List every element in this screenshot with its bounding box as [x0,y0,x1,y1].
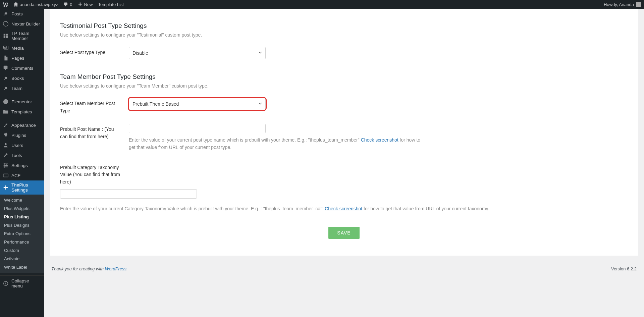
user-icon [3,142,9,148]
theplus-submenu: Welcome Plus Widgets Plus Listing Plus D… [0,195,44,273]
check-screenshot-link-2[interactable]: Check screenshot [325,206,362,211]
page-icon [3,55,9,61]
sidebar-item-tools[interactable]: Tools [0,150,44,160]
pin-icon [3,75,9,81]
comments-link[interactable]: 0 [63,2,72,7]
sidebar-item-plugins[interactable]: Plugins [0,130,44,140]
pin-icon [3,85,9,91]
plus-icon [77,2,83,7]
prebuilt-tax-help: Enter the value of your current Category… [60,205,628,213]
prebuilt-name-label: Prebuilt Post Name : (You can find that … [60,124,122,140]
team-select-highlight: Prebuilt Theme Based [129,98,266,110]
svg-rect-3 [4,36,5,38]
greeting: Howdy, Ananda [604,2,634,7]
sidebar-item-templates[interactable]: Templates [0,107,44,117]
wp-logo[interactable] [3,2,8,7]
svg-rect-10 [6,164,7,166]
prebuilt-name-input[interactable] [129,124,266,133]
template-list-link[interactable]: Template List [98,2,124,7]
elementor-icon [3,99,9,105]
folder-icon [3,109,9,115]
sidebar-item-theplus[interactable]: ThePlus Settings [0,180,44,195]
grid-icon [3,33,9,39]
sidebar-item-elementor[interactable]: Elementor [0,97,44,107]
save-button[interactable]: SAVE [328,227,359,239]
page-footer: Thank you for creating with WordPress. V… [50,262,638,275]
team-title: Team Member Post Type Settings [60,73,628,81]
submenu-extra-options[interactable]: Extra Options [0,229,44,238]
sidebar-item-team[interactable]: Team [0,83,44,93]
wordpress-icon [3,2,8,7]
submenu-custom[interactable]: Custom [0,246,44,255]
settings-icon [3,162,9,168]
team-post-type-select[interactable]: Prebuilt Theme Based [129,98,266,110]
prebuilt-tax-label: Prebuilt Category Taxonomy Value (You ca… [60,162,122,186]
svg-rect-6 [4,164,8,164]
sidebar-item-media[interactable]: Media [0,43,44,53]
team-section: Team Member Post Type Settings Use below… [60,73,628,213]
home-icon [13,2,18,7]
collapse-menu[interactable]: Collapse menu [0,275,44,291]
team-select-label: Select Team Member Post Type [60,98,122,114]
sidebar-item-appearance[interactable]: Appearance [0,120,44,130]
svg-rect-9 [4,163,5,165]
testimonial-select-label: Select Post type Type [60,47,122,56]
main-content: Testimonial Post Type Settings Use below… [44,9,644,317]
admin-sidebar: Posts Nexter Builder TP Team Member Medi… [0,9,44,317]
plug-icon [3,132,9,138]
admin-topbar: ananda.instawp.xyz 0 New Template List H… [0,0,644,9]
acf-icon [3,172,9,178]
new-link[interactable]: New [77,2,93,7]
svg-rect-7 [4,165,8,166]
account-link[interactable]: Howdy, Ananda [604,2,641,7]
svg-rect-2 [6,34,8,36]
prebuilt-name-help: Enter the value of your current post typ… [129,137,422,151]
testimonial-post-type-select[interactable]: Disable [129,47,266,59]
site-name: ananda.instawp.xyz [20,2,58,7]
testimonial-title: Testimonial Post Type Settings [60,22,628,30]
wordpress-link[interactable]: WordPress [105,266,126,271]
submenu-welcome[interactable]: Welcome [0,196,44,204]
sidebar-item-nexter[interactable]: Nexter Builder [0,19,44,29]
collapse-icon [3,280,9,286]
testimonial-desc: Use below settings to configure your "Te… [60,32,628,38]
comment-icon [63,2,68,7]
version-label: Version 6.2.2 [611,266,637,271]
check-screenshot-link[interactable]: Check screenshot [361,137,398,143]
sidebar-item-users[interactable]: Users [0,140,44,150]
comments-count: 0 [70,2,72,7]
submenu-plus-widgets[interactable]: Plus Widgets [0,204,44,213]
sidebar-item-acf[interactable]: ACF [0,170,44,180]
site-link[interactable]: ananda.instawp.xyz [13,2,58,7]
comment-icon [3,65,9,71]
sidebar-item-books[interactable]: Books [0,73,44,83]
media-icon [3,45,9,51]
svg-point-5 [3,99,8,104]
svg-rect-4 [6,36,8,38]
svg-rect-11 [4,166,5,168]
team-desc: Use below settings to configure your "Te… [60,83,628,89]
submenu-plus-listing[interactable]: Plus Listing [0,213,44,221]
pin-icon [3,11,9,17]
submenu-performance[interactable]: Performance [0,238,44,246]
submenu-white-label[interactable]: White Label [0,263,44,271]
sidebar-item-tp-team[interactable]: TP Team Member [0,29,44,43]
plus-icon [3,184,9,191]
svg-point-0 [3,21,8,26]
sidebar-item-pages[interactable]: Pages [0,53,44,63]
sidebar-item-settings[interactable]: Settings [0,160,44,170]
submenu-activate[interactable]: Activate [0,255,44,263]
sidebar-item-posts[interactable]: Posts [0,9,44,19]
submenu-plus-designs[interactable]: Plus Designs [0,221,44,229]
svg-rect-12 [3,174,8,177]
prebuilt-tax-input[interactable] [60,189,197,199]
brush-icon [3,122,9,128]
avatar [636,2,641,7]
wrench-icon [3,152,9,158]
svg-rect-8 [4,167,8,167]
svg-point-13 [4,281,8,286]
new-label: New [84,2,93,7]
sidebar-item-comments[interactable]: Comments [0,63,44,73]
alert-icon [3,21,9,27]
svg-rect-1 [4,34,5,36]
